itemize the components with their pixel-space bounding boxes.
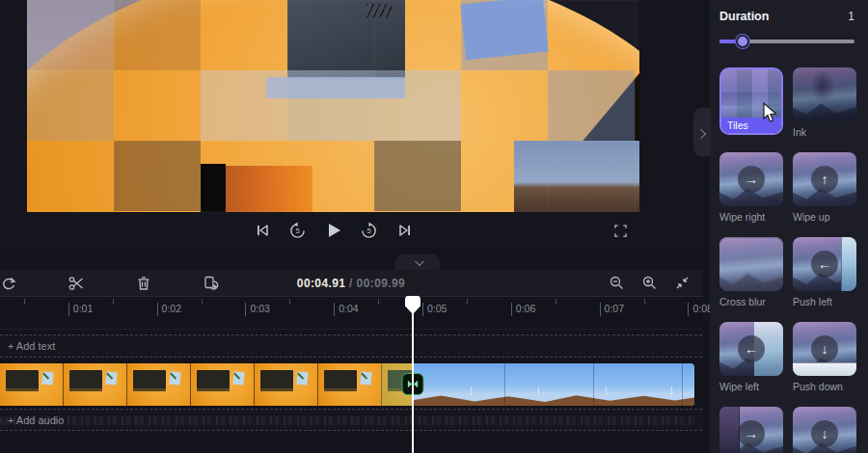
timeline-collapse-tab[interactable] xyxy=(395,254,440,270)
arrow-left-icon: ← xyxy=(811,251,838,278)
arrow-up-icon: ↑ xyxy=(811,166,838,193)
clip2-turbine xyxy=(471,386,472,395)
skip-to-end-button[interactable] xyxy=(393,219,417,242)
chevron-down-icon xyxy=(414,256,423,266)
add-audio-label: + Add audio xyxy=(0,414,64,426)
clip2-dunes xyxy=(413,393,694,406)
wipe-up-thumbnail[interactable]: ↑ xyxy=(793,152,856,206)
clip1-frame-thumbnail xyxy=(318,363,382,406)
ruler-minor-tick xyxy=(113,299,114,305)
fit-to-screen-button[interactable] xyxy=(669,273,694,294)
video-clip-2[interactable] xyxy=(413,363,694,406)
duration-row: Duration 1 xyxy=(719,10,854,23)
video-track xyxy=(0,363,702,406)
clip2-frame-seam xyxy=(593,363,594,406)
transition-cross-blur[interactable]: Cross blur xyxy=(719,237,783,307)
transition-wipe-left[interactable]: ← Wipe left xyxy=(719,322,783,392)
transitions-sidebar: Duration 1 Tiles Ink xyxy=(710,0,868,453)
ruler-time-label: 0:02 xyxy=(157,303,181,316)
wipe-right-thumbnail[interactable]: → xyxy=(719,152,783,206)
video-editor-app: 5 5 xyxy=(0,0,868,453)
ruler-time-label: 0:05 xyxy=(422,303,447,316)
add-text-track[interactable]: + Add text xyxy=(0,334,702,358)
playback-controls: 5 5 xyxy=(27,212,639,249)
mouse-cursor-icon xyxy=(760,102,779,123)
wipe-down-thumbnail[interactable]: ↓ xyxy=(793,407,856,453)
playhead-line xyxy=(412,299,414,453)
add-audio-track[interactable]: + Add audio xyxy=(0,409,702,431)
arrow-left-icon: ← xyxy=(738,335,765,362)
rewind-5s-button[interactable]: 5 xyxy=(286,219,310,242)
duplicate-button[interactable] xyxy=(199,273,224,294)
clip2-turbine xyxy=(538,386,539,395)
transition-tiles[interactable]: Tiles xyxy=(719,67,783,138)
svg-text:5: 5 xyxy=(295,226,299,235)
duration-label: Duration xyxy=(719,10,769,23)
chevron-right-icon xyxy=(696,128,706,138)
play-button[interactable] xyxy=(322,219,345,242)
transitions-grid: Tiles Ink → Wipe right ↑ xyxy=(719,67,856,453)
video-clip-1[interactable] xyxy=(0,363,413,406)
ruler-minor-tick xyxy=(556,299,556,305)
push-right-thumbnail[interactable]: → xyxy=(719,407,783,453)
audio-waveform xyxy=(0,416,694,425)
fullscreen-button[interactable] xyxy=(609,219,632,242)
arrow-right-icon: → xyxy=(738,420,765,447)
tile-seams xyxy=(27,0,639,212)
transition-ink[interactable]: Ink xyxy=(793,67,856,138)
arrow-down-icon: ↓ xyxy=(811,335,838,362)
ruler-time-label: 0:06 xyxy=(511,303,535,316)
zoom-in-button[interactable] xyxy=(637,273,662,294)
forward-5s-button[interactable]: 5 xyxy=(358,219,381,242)
add-text-label: + Add text xyxy=(0,340,55,352)
transition-push-left[interactable]: ← Push left xyxy=(793,237,856,307)
ruler-time-label: 0:08 xyxy=(688,303,712,316)
ruler-time-label: 0:03 xyxy=(245,303,269,316)
duration-value: 1 xyxy=(848,10,854,23)
svg-text:5: 5 xyxy=(366,226,370,235)
wipe-left-thumbnail[interactable]: ← xyxy=(719,322,783,376)
clip2-frame-seam xyxy=(682,363,683,406)
clip1-frame-thumbnail xyxy=(0,363,64,406)
ruler-minor-tick xyxy=(467,299,468,305)
sidebar-collapse-tab[interactable] xyxy=(693,108,711,156)
mountain-graphic xyxy=(793,96,856,121)
ruler-minor-tick xyxy=(202,299,203,305)
ink-thumbnail[interactable] xyxy=(793,67,856,121)
skip-to-start-button[interactable] xyxy=(251,219,274,242)
timeline-panel: 00:04.91 / 00:09.99 0:010:020:030:040:05… xyxy=(0,249,702,453)
duration-slider[interactable] xyxy=(719,35,854,48)
transition-wipe-down[interactable]: ↓ xyxy=(793,407,856,453)
transition-wipe-right[interactable]: → Wipe right xyxy=(719,152,783,223)
arrow-right-icon: → xyxy=(738,166,765,193)
tiles-thumbnail[interactable]: Tiles xyxy=(719,67,783,135)
zoom-out-button[interactable] xyxy=(604,273,629,294)
transition-push-right[interactable]: → xyxy=(719,407,783,453)
clip2-turbine xyxy=(606,386,607,395)
cross-blur-thumbnail[interactable] xyxy=(719,237,783,291)
clip2-frame-seam xyxy=(504,363,505,406)
clip1-frame-thumbnail xyxy=(127,363,191,406)
timeline-ruler[interactable]: 0:010:020:030:040:050:060:070:08 xyxy=(0,297,702,330)
split-scissors-button[interactable] xyxy=(64,273,89,294)
push-down-thumbnail[interactable]: ↓ xyxy=(793,322,856,376)
redo-button[interactable] xyxy=(0,273,21,294)
arrow-down-icon: ↓ xyxy=(811,420,838,447)
timeline-toolbar: 00:04.91 / 00:09.99 xyxy=(0,270,702,297)
ruler-time-label: 0:01 xyxy=(68,303,93,316)
clip1-frame-thumbnail xyxy=(64,363,127,406)
current-time: 00:04.91 xyxy=(297,277,346,290)
ruler-minor-tick xyxy=(644,299,645,305)
slider-thumb[interactable] xyxy=(736,35,749,48)
transition-wipe-up[interactable]: ↑ Wipe up xyxy=(793,152,856,223)
video-preview-canvas[interactable] xyxy=(27,0,639,212)
ruler-time-label: 0:04 xyxy=(334,303,358,316)
ruler-minor-tick xyxy=(289,299,290,305)
ruler-time-label: 0:07 xyxy=(600,303,624,316)
push-left-thumbnail[interactable]: ← xyxy=(793,237,856,291)
ruler-minor-tick xyxy=(24,299,25,305)
ruler-minor-tick xyxy=(378,299,379,305)
transition-push-down[interactable]: ↓ Push down xyxy=(793,322,856,392)
mountain-graphic xyxy=(719,266,783,291)
delete-trash-button[interactable] xyxy=(131,273,156,294)
